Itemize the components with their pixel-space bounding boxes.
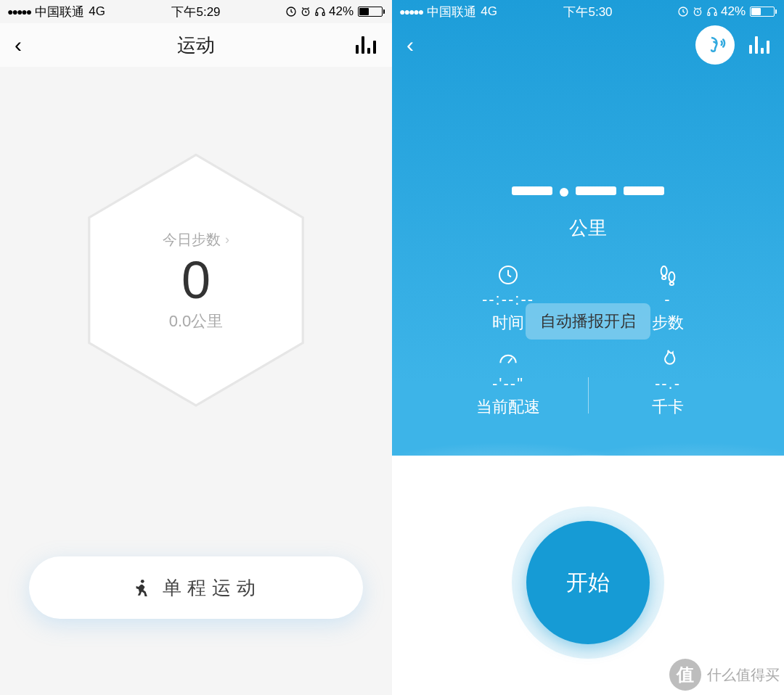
lock-icon xyxy=(677,6,689,17)
pace-label: 当前配速 xyxy=(428,396,588,418)
cal-value: --.- xyxy=(588,374,748,393)
svg-rect-9 xyxy=(714,12,716,15)
battery-icon xyxy=(748,7,777,17)
distance-label: 0.0公里 xyxy=(169,311,224,332)
distance-display: 公里 xyxy=(392,186,784,241)
distance-unit-label: 公里 xyxy=(392,215,784,241)
network-label: 4G xyxy=(89,4,105,19)
nav-bar: ‹ xyxy=(392,23,784,67)
cal-label: 千卡 xyxy=(588,396,748,418)
stats-button[interactable] xyxy=(356,36,376,54)
svg-point-14 xyxy=(670,282,674,285)
battery-icon xyxy=(356,7,385,17)
lock-icon xyxy=(285,6,297,17)
carrier-label: 中国联通 xyxy=(427,4,476,20)
flame-icon xyxy=(656,348,679,371)
svg-rect-8 xyxy=(708,12,710,15)
bar-chart-icon xyxy=(749,36,769,54)
nav-bar: ‹ 运动 xyxy=(0,23,392,67)
pace-value: -'--" xyxy=(428,374,588,393)
status-bar: ●●●●● 中国联通 4G 下午5:29 42% xyxy=(0,0,392,23)
runner-icon xyxy=(131,577,150,598)
status-time: 下午5:29 xyxy=(171,4,220,20)
alarm-icon xyxy=(300,6,311,17)
chevron-right-icon: › xyxy=(225,232,229,247)
single-workout-button[interactable]: 单程运动 xyxy=(29,556,363,619)
steps-hexagon[interactable]: 今日步数 › 0 0.0公里 xyxy=(80,150,312,411)
single-workout-label: 单程运动 xyxy=(163,575,261,601)
gauge-icon xyxy=(497,348,520,371)
back-button[interactable]: ‹ xyxy=(407,33,414,57)
svg-point-12 xyxy=(669,272,674,281)
signal-dots-icon: ●●●●● xyxy=(7,6,30,17)
voice-announce-button[interactable] xyxy=(695,25,735,65)
distance-value-placeholder xyxy=(392,186,784,195)
bar-chart-icon xyxy=(356,36,376,54)
footprints-icon xyxy=(656,263,679,287)
back-button[interactable]: ‹ xyxy=(15,33,22,57)
steps-label: 今日步数 xyxy=(163,230,221,250)
svg-point-13 xyxy=(662,276,666,279)
carrier-label: 中国联通 xyxy=(35,4,84,20)
ear-voice-icon xyxy=(704,34,726,56)
network-label: 4G xyxy=(481,4,497,19)
signal-dots-icon: ●●●●● xyxy=(399,6,422,17)
svg-point-5 xyxy=(141,580,144,583)
battery-pct-label: 42% xyxy=(329,4,354,19)
screen-workout-start: ●●●●● 中国联通 4G 下午5:30 42% ‹ xyxy=(392,0,784,695)
page-title: 运动 xyxy=(177,33,215,58)
stat-divider xyxy=(588,377,589,414)
headphones-icon xyxy=(706,6,718,17)
steps-value: 0 xyxy=(181,254,211,306)
watermark-text: 什么值得买 xyxy=(707,665,780,685)
stat-calories: --.- 千卡 xyxy=(588,347,748,418)
clock-icon xyxy=(497,263,520,287)
svg-point-11 xyxy=(661,266,667,276)
status-time: 下午5:30 xyxy=(563,4,612,20)
stats-button[interactable] xyxy=(749,36,769,54)
stat-pace: -'--" 当前配速 xyxy=(428,347,588,418)
start-button[interactable]: 开始 xyxy=(526,521,650,644)
screen-sport-summary: ●●●●● 中国联通 4G 下午5:29 42% ‹ 运动 xyxy=(0,0,392,695)
svg-rect-3 xyxy=(322,12,324,15)
watermark-badge: 值 xyxy=(669,659,701,691)
battery-pct-label: 42% xyxy=(721,4,746,19)
start-label: 开始 xyxy=(566,568,610,598)
watermark: 值 什么值得买 xyxy=(669,659,780,691)
alarm-icon xyxy=(692,6,703,17)
headphones-icon xyxy=(314,6,326,17)
auto-announce-toast: 自动播报开启 xyxy=(526,303,650,340)
status-bar: ●●●●● 中国联通 4G 下午5:30 42% xyxy=(392,0,784,23)
svg-rect-2 xyxy=(316,12,318,15)
